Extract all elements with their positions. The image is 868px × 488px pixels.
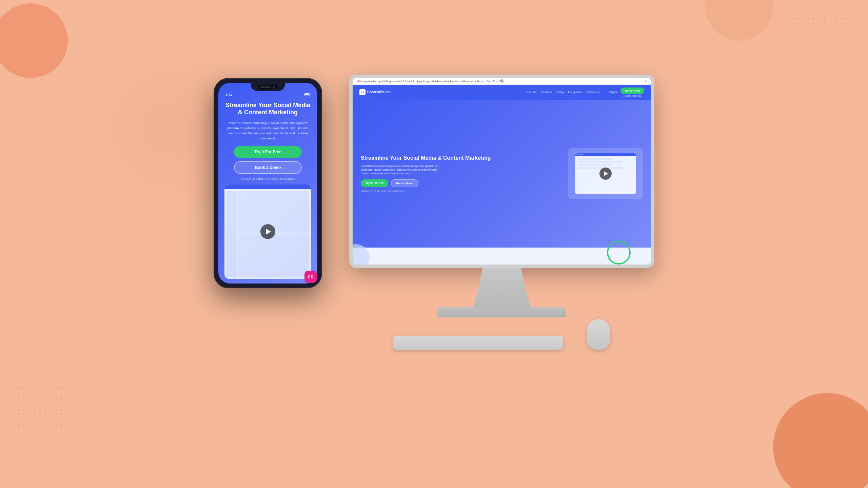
bg-decoration-dots-left	[10, 379, 64, 434]
monitor-stand	[454, 268, 549, 309]
site-hero: Streamline Your Social Media & Content M…	[353, 100, 651, 248]
phone-mockup-bar	[224, 184, 311, 189]
mockup-dot-1	[577, 154, 578, 155]
nav-signin[interactable]: Sign In	[609, 91, 618, 94]
hero-try-free-button[interactable]: Try It For Free	[361, 179, 388, 187]
phone-video-preview[interactable]	[224, 184, 311, 278]
announcement-text: 🎉 Instagram direct publishing is now liv…	[357, 80, 485, 83]
logo-text: ContentStudio	[367, 90, 391, 94]
nav-contact[interactable]: Contact Us	[586, 91, 600, 94]
monitor-screen: 🎉 Instagram direct publishing is now liv…	[353, 78, 651, 265]
phone-trial-note: 14-Days Free Trial - No Credit Card Requ…	[224, 177, 311, 180]
bg-decoration-circle-left	[0, 3, 68, 78]
hero-trial-note: 14-Days Free Trial - No Credit Card Requ…	[361, 190, 561, 192]
site-navbar: cs ContentStudio Products Solutions Pric…	[353, 85, 651, 100]
phone-screen: 9:41 Streamline Your Social Media & Cont…	[218, 83, 317, 284]
mockup-line-4	[577, 167, 623, 169]
nav-actions: Sign In Try For Free 14 Days Free Trial	[609, 87, 644, 97]
phone-try-free-button[interactable]: Try It For Free	[234, 146, 302, 158]
announcement-close-button[interactable]: ✕	[645, 80, 647, 83]
hero-book-demo-button[interactable]: Book a Demo	[391, 179, 418, 187]
logo-icon: cs	[359, 89, 366, 95]
mockup-line-1	[577, 158, 611, 160]
phone-notch	[251, 83, 285, 91]
phone-mockup-card-2	[238, 234, 309, 276]
hero-description: Powerful content marketing & social medi…	[361, 164, 442, 176]
bg-decoration-circle-br	[773, 393, 868, 488]
phone-mockup-sidebar	[226, 191, 237, 276]
phone-status-bar: 9:41	[224, 93, 311, 96]
hero-buttons: Try It For Free Book a Demo	[361, 179, 561, 187]
phone-device: 9:41 Streamline Your Social Media & Cont…	[214, 78, 322, 288]
phone-status-icons	[304, 93, 310, 96]
website-content: 🎉 Instagram direct publishing is now liv…	[353, 78, 651, 265]
nav-solutions[interactable]: Solutions	[540, 91, 552, 94]
scene: 9:41 Streamline Your Social Media & Cont…	[197, 58, 671, 431]
nav-try-free-button[interactable]: Try For Free	[620, 87, 644, 94]
mockup-dot-3	[581, 154, 583, 155]
site-logo: cs ContentStudio	[359, 89, 391, 95]
keyboard	[393, 336, 563, 350]
monitor-camera	[500, 79, 504, 83]
bg-decoration-dots-right	[773, 10, 848, 51]
mouse	[587, 319, 610, 350]
mockup-line-3	[577, 164, 611, 166]
nav-try-free-container: Try For Free 14 Days Free Trial	[620, 87, 644, 97]
phone-speaker	[260, 86, 271, 88]
phone-book-demo-button[interactable]: Book a Demo	[234, 161, 302, 174]
nav-products[interactable]: Products	[526, 91, 537, 94]
monitor-device: 🎉 Instagram direct publishing is now liv…	[349, 75, 654, 350]
phone-cta-buttons: Try It For Free Book a Demo	[224, 146, 311, 174]
nav-links: Products Solutions Pricing Integrations …	[526, 91, 600, 94]
phone-play-button[interactable]	[260, 224, 275, 239]
hero-text: Streamline Your Social Media & Content M…	[361, 155, 561, 193]
hero-play-button[interactable]	[599, 168, 612, 180]
hero-image	[568, 148, 643, 199]
bg-decoration-circle-tr	[705, 0, 773, 41]
phone-hero-title: Streamline Your Social Media & Content M…	[224, 102, 311, 116]
phone-notch-inner	[258, 85, 278, 90]
site-bottom-strip	[353, 248, 651, 265]
phone-app-icon: cs	[304, 271, 317, 283]
monitor-screen-outer: 🎉 Instagram direct publishing is now liv…	[349, 75, 654, 268]
mockup-bar	[575, 153, 636, 156]
play-icon	[604, 171, 608, 176]
mockup-line-2	[577, 161, 623, 163]
phone-frame: 9:41 Streamline Your Social Media & Cont…	[214, 78, 322, 288]
bottom-circle-right	[607, 241, 631, 265]
phone-battery-icon	[304, 93, 310, 96]
phone-camera	[273, 86, 275, 89]
phone-time: 9:41	[226, 93, 232, 96]
phone-hero-desc: Powerful content marketing & social medi…	[224, 120, 311, 141]
nav-trial-label: 14 Days Free Trial	[623, 95, 641, 97]
monitor-accessories	[393, 314, 610, 350]
mockup-dot-2	[579, 154, 580, 155]
hero-title: Streamline Your Social Media & Content M…	[361, 155, 561, 161]
nav-integrations[interactable]: Integrations	[568, 91, 582, 94]
phone-play-icon	[266, 229, 271, 235]
nav-pricing[interactable]: Pricing	[556, 91, 564, 94]
